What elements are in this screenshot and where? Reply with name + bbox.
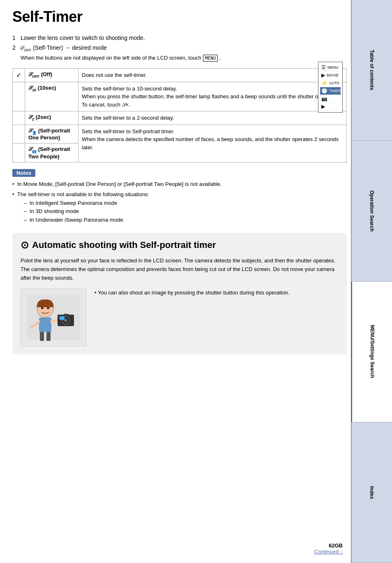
name-cell-one-person: 𝒮👤 (Self-portraitOne Person) [25, 125, 78, 144]
table-row-2sec: 𝒮2 (2sec) Sets the self-timer to a 2-sec… [13, 111, 347, 125]
scene-icon: 📷 [321, 96, 327, 102]
note-item-1: In Movie Mode, [Self-portrait One Person… [12, 180, 347, 189]
name-cell-10sec: 𝒮10 (10sec) [25, 82, 78, 111]
empty-check-2 [13, 111, 25, 125]
note-sub-2: In 3D shooting mode [24, 207, 347, 216]
sidebar-tab-index[interactable]: Index [351, 422, 392, 563]
sidebar-tab-index-label: Index [369, 486, 375, 499]
sidebar-tab-menu[interactable]: MENU/Settings Search [351, 282, 392, 422]
portrait-illustration [21, 289, 86, 346]
note-sub-3: In Underwater iSweep Panorama mode [24, 216, 347, 225]
table-row-off: ✓ 𝒮OFF (Off) Does not use the self-timer… [13, 69, 347, 82]
auto-icon: ⚡ [321, 80, 327, 86]
step-1: 1 Lower the lens cover to switch to shoo… [12, 35, 347, 41]
movie-icon: ▶ [321, 72, 325, 78]
continued-label: Continued ↓ [314, 549, 343, 555]
svg-rect-13 [40, 332, 44, 341]
sidebar-tab-operation[interactable]: Operation Search [351, 141, 392, 281]
page-footer: 62GB Continued ↓ [314, 542, 343, 555]
notes-section: Notes In Movie Mode, [Self-portrait One … [12, 169, 347, 225]
name-cell-two-people: 𝒮👥 (Self-portraitTwo People) [25, 144, 78, 162]
camera-menu-box: ☰ MENU ▶ MOVIE ⚡ AUTO 🕐 TIMER 📷 ▶ [318, 62, 343, 113]
note-item-2: The self-timer is not available in the f… [12, 190, 347, 225]
step-1-num: 1 [12, 35, 18, 41]
portrait-note: You can also shoot an image by pressing … [95, 289, 289, 297]
sidebar-tab-operation-label: Operation Search [369, 190, 375, 232]
step-1-text: Lower the lens cover to switch to shooti… [21, 35, 145, 41]
svg-rect-10 [64, 314, 69, 316]
step-2: 2 𝒮OFF (Self-Timer) → desired mode When … [12, 44, 347, 62]
portrait-title-icon: ⊙ [21, 239, 29, 251]
note-sub-1: In Intelligent Sweep Panorama mode [24, 199, 347, 208]
settings-table: ✓ 𝒮OFF (Off) Does not use the self-timer… [12, 68, 347, 162]
sidebar-tab-toc-label: Table of contents [369, 50, 375, 90]
portrait-note-container: You can also shoot an image by pressing … [95, 289, 289, 297]
page-title: Self-Timer [12, 8, 347, 25]
menu-icon: ☰ [321, 65, 326, 70]
cam-row-auto: ⚡ AUTO [320, 79, 341, 87]
desc-cell-10sec: Sets the self-timer to a 10-second delay… [78, 82, 347, 111]
name-cell-off: 𝒮OFF (Off) [25, 69, 78, 82]
empty-check-4 [13, 144, 25, 162]
svg-rect-14 [46, 332, 51, 341]
desc-cell-off: Does not use the self-timer. [78, 69, 347, 82]
cam-row-menu: ☰ MENU [320, 64, 341, 72]
portrait-section: ⊙ Automatic shooting with Self-portrait … [12, 233, 347, 354]
steps-list: 1 Lower the lens cover to switch to shoo… [12, 35, 347, 62]
cam-row-movie: ▶ MOVIE [320, 72, 341, 79]
timer-sel-icon: 🕐 [321, 88, 327, 94]
svg-rect-2 [39, 317, 51, 332]
empty-check-3 [13, 125, 25, 144]
cam-row-play: ▶ [320, 103, 341, 111]
desc-cell-2sec: Sets the self-timer to a 2-second delay. [78, 111, 347, 125]
play-icon: ▶ [321, 104, 325, 109]
notes-sub-list: In Intelligent Sweep Panorama mode In 3D… [17, 199, 347, 225]
sidebar-tab-menu-label: MENU/Settings Search [369, 325, 375, 378]
desc-cell-portrait: Sets the self-timer to Self-portrait tim… [78, 125, 347, 162]
svg-point-8 [65, 320, 67, 321]
portrait-title: ⊙ Automatic shooting with Self-portrait … [21, 239, 339, 251]
page-number: 62GB [314, 542, 343, 549]
notes-label: Notes [12, 169, 35, 177]
sidebar-tab-toc[interactable]: Table of contents [351, 0, 392, 141]
svg-rect-9 [60, 316, 65, 320]
portrait-bottom: You can also shoot an image by pressing … [21, 289, 339, 346]
step-2-text: (Self-Timer) → desired mode [33, 44, 107, 51]
step-2-icon: 𝒮OFF [20, 44, 31, 52]
cam-row-timer: 🕐 TIMER [320, 87, 341, 95]
camera-menu-thumbnail: ☰ MENU ▶ MOVIE ⚡ AUTO 🕐 TIMER 📷 ▶ [318, 62, 347, 113]
right-sidebar: Table of contents Operation Search MENU/… [351, 0, 392, 563]
empty-check [13, 82, 25, 111]
menu-key: MENU [203, 55, 218, 62]
step-2-num: 2 [12, 44, 18, 51]
step-2-subtext: When the buttons are not displayed on th… [21, 54, 347, 62]
table-row-one-person: 𝒮👤 (Self-portraitOne Person) Sets the se… [13, 125, 347, 144]
notes-list: In Movie Mode, [Self-portrait One Person… [12, 180, 347, 225]
table-row-10sec: 𝒮10 (10sec) Sets the self-timer to a 10-… [13, 82, 347, 111]
cam-row-scene: 📷 [320, 95, 341, 103]
name-cell-2sec: 𝒮2 (2sec) [25, 111, 78, 125]
portrait-desc: Point the lens at yourself so your face … [21, 257, 339, 282]
portrait-title-text: Automatic shooting with Self-portrait ti… [32, 240, 216, 250]
check-cell: ✓ [13, 69, 25, 82]
